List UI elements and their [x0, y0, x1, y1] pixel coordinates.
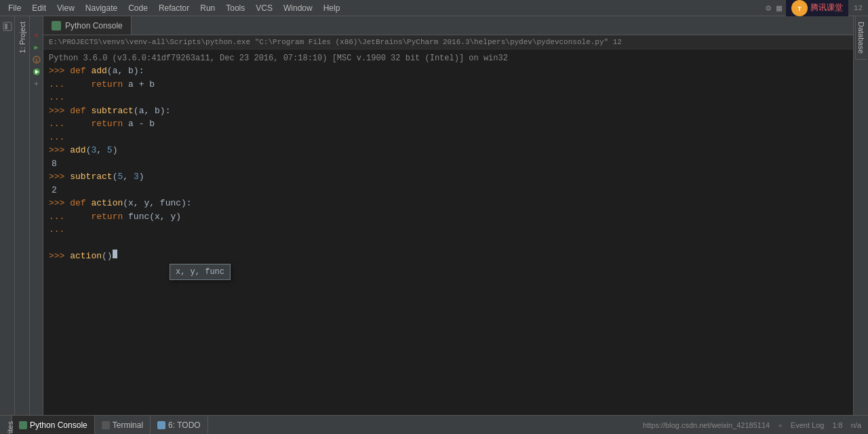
- tencent-text: 腾讯课堂: [810, 2, 843, 14]
- favorites-strip[interactable]: 2: Favorites ★: [0, 416, 12, 434]
- console-output[interactable]: Python 3.6.0 (v3.6.0:41df79263a11, Dec 2…: [43, 50, 853, 415]
- code-line-12: >>> action(): [49, 250, 848, 263]
- todo-tab-icon: [157, 421, 165, 429]
- info-icon[interactable]: i: [33, 54, 41, 65]
- continuation-10: ...: [49, 210, 70, 224]
- bottom-tab-python-console[interactable]: Python Console: [12, 416, 95, 434]
- terminal-tab-label: Terminal: [113, 420, 143, 430]
- code-line-3: ...: [49, 91, 848, 104]
- code-text-5: return a - b: [70, 117, 155, 131]
- menu-run[interactable]: Run: [195, 2, 220, 14]
- version-info-text: Python 3.6.0 (v3.6.0:41df79263a11, Dec 2…: [49, 52, 508, 64]
- prompt-8: >>>: [49, 170, 70, 184]
- tencent-logo: T: [791, 0, 808, 16]
- prompt-1: >>>: [49, 64, 70, 78]
- bottom-right-info: https://blog.csdn.net/weixin_42185114 ● …: [636, 416, 868, 434]
- tool-icons-strip: ✕ ▶ i +: [30, 16, 43, 415]
- code-text-12: action(): [70, 250, 112, 263]
- todo-tab-label: 6: TODO: [168, 420, 201, 430]
- csdn-url[interactable]: https://blog.csdn.net/weixin_42185114: [643, 421, 770, 429]
- project-panel-strip[interactable]: 1: Project: [15, 16, 30, 415]
- menu-tools[interactable]: Tools: [220, 2, 250, 14]
- sidebar-icon-1[interactable]: [1, 20, 14, 33]
- console-container: Python Console E:\PROJECTS\venvs\venv-al…: [43, 16, 853, 415]
- favorites-label[interactable]: 2: Favorites: [0, 416, 16, 434]
- tencent-area: T 腾讯课堂: [786, 0, 848, 16]
- cursor: [113, 250, 117, 258]
- code-line-2: ... return a + b: [49, 78, 848, 92]
- bottom-tabs: 2: Favorites ★ Python Console Terminal 6…: [0, 415, 868, 434]
- terminal-tab-icon: [102, 421, 110, 429]
- project-label[interactable]: 1: Project: [17, 16, 28, 58]
- bottom-tab-terminal[interactable]: Terminal: [95, 416, 151, 434]
- close-gutter-icon[interactable]: ✕: [34, 30, 38, 41]
- code-line-4: >>> def subtract(a, b):: [49, 104, 848, 118]
- menu-file[interactable]: File: [3, 2, 26, 14]
- code-text-1: def add(a, b):: [70, 64, 144, 78]
- console-tab-icon: [52, 21, 61, 31]
- circle-icon: ●: [778, 421, 783, 429]
- code-text-7: add(3, 5): [70, 144, 117, 157]
- version-info-line: Python 3.6.0 (v3.6.0:41df79263a11, Dec 2…: [49, 52, 848, 64]
- prompt-9: >>>: [49, 197, 70, 210]
- python-tab-icon: [19, 421, 27, 429]
- output-line-1: 8: [49, 157, 848, 171]
- console-body: Python 3.6.0 (v3.6.0:41df79263a11, Dec 2…: [43, 50, 853, 415]
- menu-refactor[interactable]: Refactor: [153, 2, 195, 14]
- prompt-4: >>>: [49, 104, 70, 118]
- continuation-2: ...: [49, 78, 70, 92]
- code-line-10: ... return func(x, y): [49, 210, 848, 224]
- settings-icon[interactable]: ⚙: [764, 1, 772, 15]
- svg-text:i: i: [35, 57, 38, 63]
- code-line-5: ... return a - b: [49, 117, 848, 131]
- svg-rect-3: [5, 24, 7, 29]
- menu-window[interactable]: Window: [278, 2, 318, 14]
- autocomplete-tooltip: x, y, func: [170, 264, 231, 280]
- code-text-9: def action(x, y, func):: [70, 197, 191, 210]
- menu-navigate[interactable]: Navigate: [80, 2, 123, 14]
- output-line-2: 2: [49, 184, 848, 197]
- code-line-8: >>> subtract(5, 3): [49, 170, 848, 184]
- continuation-3: ...: [49, 91, 70, 104]
- bottom-tab-group: 2: Favorites ★ Python Console Terminal 6…: [0, 416, 208, 434]
- run-gutter-icon[interactable]: ▶: [34, 42, 38, 53]
- code-text-8: subtract(5, 3): [70, 170, 144, 184]
- menu-code[interactable]: Code: [123, 2, 153, 14]
- event-log-label[interactable]: Event Log: [791, 421, 825, 429]
- code-line-9: >>> def action(x, y, func):: [49, 197, 848, 210]
- autocomplete-text: x, y, func: [176, 267, 224, 277]
- menu-edit[interactable]: Edit: [26, 2, 52, 14]
- code-line-11: ...: [49, 223, 848, 237]
- prompt-7: >>>: [49, 144, 70, 157]
- menu-vcs[interactable]: VCS: [250, 2, 278, 14]
- layout-icon[interactable]: ▦: [775, 1, 783, 15]
- python-console-tab[interactable]: Python Console: [43, 16, 132, 35]
- user-count: 12: [854, 4, 863, 12]
- continuation-6: ...: [49, 131, 70, 144]
- continuation-11: ...: [49, 223, 70, 237]
- top-right-icons: ⚙ ▦ T 腾讯课堂 12: [762, 0, 865, 16]
- plus-icon[interactable]: +: [34, 79, 39, 90]
- code-line-1: >>> def add(a, b):: [49, 64, 848, 78]
- menu-help[interactable]: Help: [318, 2, 346, 14]
- left-sidebar-icons: [0, 16, 15, 415]
- code-text-10: return func(x, y): [70, 210, 181, 224]
- menu-view[interactable]: View: [52, 2, 80, 14]
- main-layout: 1: Project ✕ ▶ i + Python Console: [0, 16, 868, 415]
- menubar: File Edit View Navigate Code Refactor Ru…: [0, 0, 868, 16]
- code-text-4: def subtract(a, b):: [70, 104, 170, 118]
- code-line-7: >>> add(3, 5): [49, 144, 848, 157]
- continuation-5: ...: [49, 117, 70, 131]
- prompt-12: >>>: [49, 250, 70, 263]
- console-tab-header: Python Console: [43, 16, 853, 35]
- bottom-tab-todo[interactable]: 6: TODO: [151, 416, 208, 434]
- run2-gutter-icon[interactable]: [33, 66, 41, 77]
- empty-line-1: [49, 237, 848, 250]
- database-strip[interactable]: Database: [855, 16, 867, 60]
- extra-info: n/a: [851, 421, 861, 429]
- output-value-2: 2: [49, 184, 57, 197]
- console-tab-label: Python Console: [65, 21, 123, 31]
- python-tab-label: Python Console: [30, 420, 87, 430]
- output-value-1: 8: [49, 157, 57, 171]
- svg-text:T: T: [797, 6, 802, 13]
